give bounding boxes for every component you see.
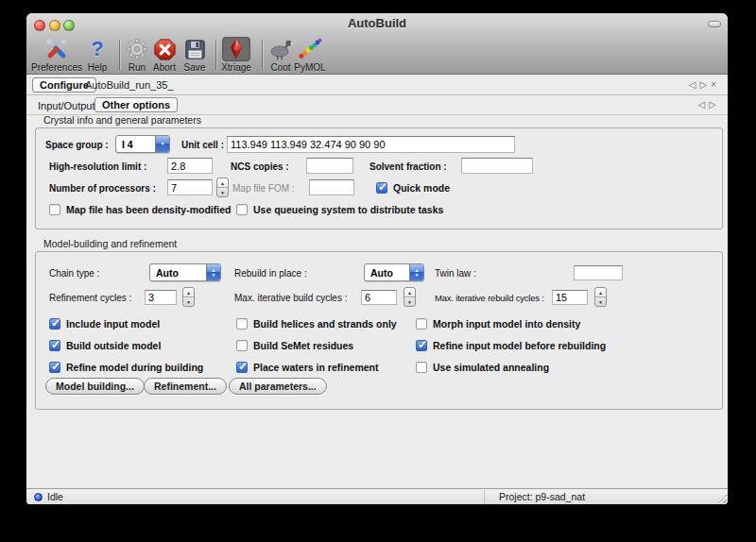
checkbox[interactable] (236, 318, 248, 330)
unit-cell-label: Unit cell : (181, 140, 224, 150)
checkbox-label: Build helices and strands only (253, 318, 397, 330)
button-label: All parameters... (239, 381, 317, 392)
window-header: AutoBuild (26, 13, 728, 75)
status-separator (484, 490, 485, 504)
checkbox-label: Use simulated annealing (433, 362, 549, 373)
model-checkbox-item: Morph input model into density (416, 318, 690, 330)
num-processors-stepper[interactable]: ▲▼ (216, 178, 229, 197)
refinement-cycles-label: Refinement cycles : (49, 293, 131, 303)
pymol-button[interactable]: PyMOL (280, 37, 340, 73)
space-group-select[interactable]: I 4 ▼ (115, 135, 170, 153)
chain-type-value: Auto (150, 267, 206, 279)
tab-input-output[interactable]: Input/Output (38, 100, 95, 111)
rebuild-in-place-value: Auto (365, 267, 409, 279)
resize-grip[interactable] (715, 492, 727, 503)
checkbox[interactable] (49, 340, 60, 351)
quick-mode-label: Quick mode (393, 182, 450, 194)
toolbar-label: PyMOL (280, 62, 340, 73)
button-label: Refinement... (154, 381, 216, 392)
map-fom-label: Map file FOM : (232, 183, 295, 194)
checkbox[interactable] (416, 340, 427, 351)
checkbox-label: Morph input model into density (433, 318, 580, 330)
rebuild-in-place-label: Rebuild in place : (234, 268, 307, 279)
checkbox-label: Build outside model (66, 340, 161, 351)
tab-nav-controls[interactable]: ◁▷× (689, 79, 720, 90)
queueing-label: Use queueing system to distribute tasks (253, 204, 443, 215)
checkbox-label: Place waters in refinement (253, 362, 378, 373)
window-title: AutoBuild (26, 13, 728, 34)
max-rebuild-cycles-input[interactable] (552, 290, 588, 305)
tab-autobuild-run[interactable]: AutoBuild_run_35_ (85, 79, 174, 91)
ncs-copies-label: NCS copies : (231, 161, 289, 172)
density-modified-checkbox[interactable] (49, 204, 60, 215)
ncs-copies-input[interactable] (306, 158, 353, 174)
unit-cell-input[interactable] (227, 136, 515, 153)
checkbox[interactable] (49, 362, 60, 373)
desktop: AutoBuild (0, 0, 756, 542)
close-window-button[interactable] (34, 20, 45, 31)
refinement-cycles-input[interactable] (145, 290, 177, 305)
tab-label: Other options (102, 99, 170, 110)
model-checkbox-item: Build SeMet residues (236, 340, 416, 351)
tab-label: Input/Output (38, 100, 95, 111)
tab-other-options[interactable]: Other options (94, 97, 178, 112)
map-fom-input[interactable] (309, 179, 354, 195)
main-tab-bar: Configure AutoBuild_run_35_ ◁▷× (26, 76, 728, 95)
updown-arrows-icon: ▲▼ (206, 264, 220, 280)
twin-law-input[interactable] (574, 265, 623, 280)
chevron-down-icon: ▼ (155, 136, 169, 152)
checkbox-label: Refine input model before rebuilding (433, 340, 606, 351)
quick-mode-checkbox[interactable] (376, 182, 387, 194)
toolbar-toggle-button[interactable] (708, 21, 721, 27)
max-build-cycles-label: Max. iterative build cycles : (234, 293, 348, 303)
checkbox[interactable] (416, 318, 427, 330)
checkbox-label: Include input model (66, 318, 160, 330)
button-label: Model building... (56, 381, 134, 392)
sub-tab-nav-controls[interactable]: ◁▷ (698, 99, 720, 110)
zoom-window-button[interactable] (63, 20, 75, 31)
autobuild-window: AutoBuild (26, 13, 728, 504)
max-build-cycles-stepper[interactable]: ▲▼ (404, 287, 416, 307)
refinement-cycles-stepper[interactable]: ▲▼ (182, 287, 195, 307)
refinement-params-button[interactable]: Refinement... (144, 378, 227, 395)
max-rebuild-cycles-label: Max. iterative rebuild cycles : (435, 293, 544, 303)
tab-label: Configure (40, 79, 89, 91)
num-processors-label: Number of processors : (49, 183, 156, 194)
density-modified-label: Map file has been density-modified (66, 204, 231, 215)
num-processors-input[interactable] (167, 179, 213, 195)
checkbox[interactable] (236, 362, 248, 373)
model-checkbox-item: Refine input model before rebuilding (416, 340, 690, 351)
rebuild-in-place-select[interactable]: Auto ▲▼ (364, 263, 424, 281)
crystal-section-title: Crystal info and general parameters (43, 114, 201, 126)
twin-law-label: Twin law : (435, 268, 476, 279)
pymol-helix-icon (280, 37, 340, 61)
minimize-window-button[interactable] (49, 20, 60, 31)
checkbox[interactable] (49, 318, 60, 330)
status-bar: Idle Project: p9-sad_nat (26, 488, 728, 504)
model-checkbox-grid: Include input modelBuild helices and str… (49, 313, 690, 378)
space-group-label: Space group : (45, 140, 109, 150)
high-res-input[interactable] (167, 158, 213, 174)
chain-type-select[interactable]: Auto ▲▼ (149, 263, 221, 281)
checkbox-label: Build SeMet residues (253, 340, 353, 351)
updown-arrows-icon: ▲▼ (409, 264, 423, 280)
max-build-cycles-input[interactable] (361, 290, 397, 305)
checkbox[interactable] (236, 340, 248, 351)
model-checkbox-item: Build outside model (49, 340, 236, 351)
model-section-title: Model-building and refinement (43, 238, 177, 249)
model-checkbox-item: Include input model (49, 318, 236, 330)
sub-tab-bar: Input/Output Other options ◁▷ (26, 96, 728, 115)
model-checkbox-item: Use simulated annealing (416, 362, 690, 373)
model-building-params-button[interactable]: Model building... (45, 378, 145, 395)
queueing-checkbox[interactable] (236, 204, 248, 215)
all-parameters-button[interactable]: All parameters... (229, 378, 327, 395)
solvent-fraction-input[interactable] (461, 158, 533, 174)
max-rebuild-cycles-stepper[interactable]: ▲▼ (594, 287, 607, 307)
project-label: Project: p9-sad_nat (499, 491, 585, 502)
checkbox-label: Refine model during building (66, 362, 203, 373)
checkbox[interactable] (416, 362, 427, 373)
status-led-icon (34, 493, 43, 501)
model-checkbox-item: Refine model during building (49, 362, 236, 373)
high-res-label: High-resolution limit : (49, 161, 146, 172)
chain-type-label: Chain type : (49, 268, 99, 279)
